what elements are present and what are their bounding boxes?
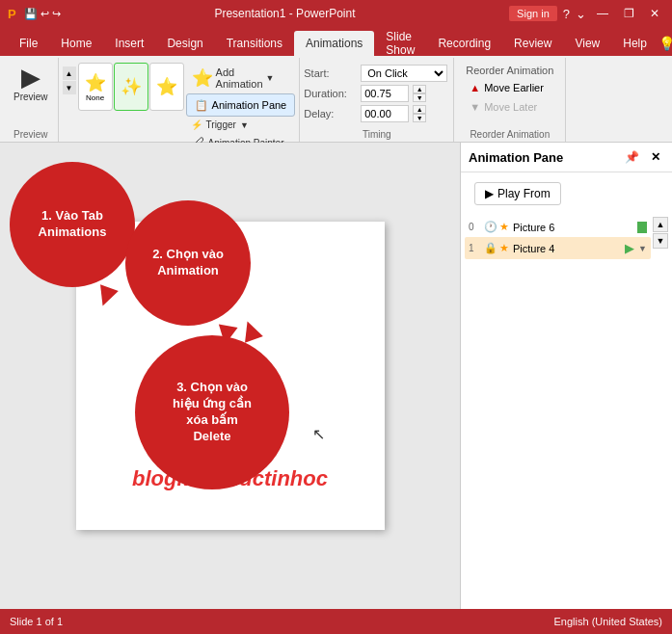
delay-down[interactable]: ▼ [413, 114, 426, 122]
tab-animations[interactable]: Animations [294, 31, 374, 56]
maximize-button[interactable]: ❐ [619, 7, 639, 20]
bubble-1: 1. Vào Tab Animations [10, 162, 135, 287]
anim-scroll-down[interactable]: ▼ [653, 233, 668, 249]
bubble-1-text: 1. Vào Tab Animations [29, 198, 117, 251]
tab-review[interactable]: Review [502, 31, 563, 56]
delay-spinner: ▲ ▼ [413, 105, 426, 122]
anim-item-1-dropdown[interactable]: ▼ [638, 244, 647, 253]
group-timing: Start: On Click With Previous After Prev… [300, 58, 454, 142]
window-title: Presentation1 - PowerPoint [214, 7, 355, 20]
anim-none-icon: ⭐ [85, 72, 106, 93]
title-bar-left: P 💾 ↩ ↪ [8, 7, 61, 21]
anim-item-1[interactable]: 1 🔒 ★ Picture 4 ▶ ▼ [465, 237, 651, 259]
move-earlier-icon: ▲ [470, 82, 480, 93]
move-later-icon: ▼ [470, 101, 480, 113]
bubble-3-text: 3. Chọn vào hiệu ứng cần xóa bấm Delete [161, 368, 263, 457]
signin-button[interactable]: Sign in [509, 6, 557, 21]
anim-pane-header-icons: 📌 ✕ [621, 148, 664, 166]
minimize-button[interactable]: — [592, 7, 613, 20]
tab-help[interactable]: Help [611, 31, 659, 56]
duration-up[interactable]: ▲ [413, 85, 426, 93]
status-bar: Slide 1 of 1 English (United States) [0, 609, 672, 634]
star-icon-1: ★ [499, 242, 509, 254]
tab-insert[interactable]: Insert [103, 31, 155, 56]
help-icon[interactable]: ? [563, 7, 570, 21]
play-from-icon: ▶ [485, 187, 494, 200]
anim-item-0-name: Picture 6 [513, 222, 633, 233]
anim-list-area: 0 🕐 ★ Picture 6 1 🔒 ★ Picture 4 [461, 215, 672, 261]
anim-buttons: ⭐ AddAnimation ▼ 📋 Animation Pane ⚡ Trig… [186, 63, 296, 152]
anim-none-label: None [86, 93, 104, 102]
anim-pane-btn-label: Animation Pane [212, 99, 287, 111]
anim-item-1-num: 1 [469, 243, 480, 253]
quick-access: 💾 ↩ ↪ [24, 8, 61, 20]
anim-pane-title: Animation Pane [469, 150, 563, 165]
anim-item-0-icons: 🕐 ★ [484, 221, 509, 233]
trigger-icon: ⚡ [191, 119, 202, 130]
anim-appear-icon: ✨ [121, 76, 142, 97]
preview-group-label: Preview [8, 127, 54, 142]
add-animation-label: AddAnimation [216, 66, 263, 90]
idea-icon[interactable]: 💡 [659, 36, 672, 51]
cursor-icon: ↖ [312, 425, 325, 443]
move-earlier-button[interactable]: ▲ Move Earlier [466, 80, 548, 95]
add-animation-dropdown-icon: ▼ [266, 73, 275, 83]
trigger-button[interactable]: ⚡ Trigger ▼ [186, 118, 296, 132]
preview-label: Preview [13, 92, 48, 102]
group-reorder: Reorder Animation ▲ Move Earlier ▼ Move … [454, 58, 566, 142]
preview-group-content: ▶ Preview [8, 61, 54, 127]
anim-fade[interactable]: ⭐ [149, 63, 184, 111]
reorder-section: Reorder Animation ▲ Move Earlier ▼ Move … [458, 63, 561, 117]
anim-list: 0 🕐 ★ Picture 6 1 🔒 ★ Picture 4 [465, 217, 651, 259]
ribbon-inner: ▶ Preview Preview ▲ ▼ ⭐ None [4, 58, 566, 142]
anim-item-0-num: 0 [469, 222, 480, 232]
reorder-group-content: Reorder Animation ▲ Move Earlier ▼ Move … [458, 61, 561, 127]
slide-info: Slide 1 of 1 [10, 616, 63, 627]
anim-item-0-indicator [637, 222, 647, 233]
title-bar-right: Sign in ? ⌄ — ❐ ✕ [509, 6, 664, 21]
duration-input[interactable] [361, 85, 409, 102]
anim-pane-close[interactable]: ✕ [647, 148, 664, 166]
duration-row: Duration: ▲ ▼ [304, 85, 426, 102]
scroll-down[interactable]: ▼ [63, 81, 76, 94]
reorder-group-label: Reorder Animation [458, 127, 561, 142]
tab-design[interactable]: Design [155, 31, 214, 56]
title-bar: P 💾 ↩ ↪ Presentation1 - PowerPoint Sign … [0, 0, 672, 27]
move-earlier-label: Move Earlier [484, 82, 544, 93]
tab-recording[interactable]: Recording [426, 31, 502, 56]
timing-group-label: Timing [304, 127, 449, 142]
duration-spinner: ▲ ▼ [413, 85, 426, 102]
anim-none[interactable]: ⭐ None [78, 63, 113, 111]
duration-down[interactable]: ▼ [413, 93, 426, 102]
scroll-up[interactable]: ▲ [63, 66, 76, 80]
tab-slideshow[interactable]: Slide Show [374, 31, 426, 56]
anim-appear[interactable]: ✨ [114, 63, 148, 111]
start-dropdown[interactable]: On Click With Previous After Previous [361, 65, 447, 82]
move-later-button[interactable]: ▼ Move Later [466, 99, 541, 115]
anim-scroll-up[interactable]: ▲ [653, 217, 668, 232]
tab-home[interactable]: Home [49, 31, 103, 56]
tab-transitions[interactable]: Transitions [215, 31, 294, 56]
delay-input[interactable] [361, 105, 409, 122]
anim-pane-pin[interactable]: 📌 [621, 148, 643, 166]
ribbon-toggle[interactable]: ⌄ [576, 7, 586, 21]
preview-button[interactable]: ▶ Preview [8, 63, 54, 104]
start-label: Start: [304, 67, 357, 79]
add-animation-button[interactable]: ⭐ AddAnimation ▼ [186, 65, 296, 92]
animation-pane-button[interactable]: 📋 Animation Pane [186, 93, 296, 117]
duration-label: Duration: [304, 88, 357, 99]
anim-item-1-name: Picture 4 [513, 243, 621, 254]
tab-view[interactable]: View [563, 31, 611, 56]
delay-row: Delay: ▲ ▼ [304, 105, 426, 122]
anim-pane-header: Animation Pane 📌 ✕ [461, 143, 672, 172]
tab-file[interactable]: File [8, 31, 49, 56]
app-icon: P [8, 7, 16, 21]
close-button[interactable]: ✕ [645, 7, 664, 20]
anim-item-0[interactable]: 0 🕐 ★ Picture 6 [465, 217, 651, 237]
preview-icon: ▶ [21, 65, 40, 90]
group-animations: ▲ ▼ ⭐ None ✨ ⭐ [59, 58, 301, 142]
play-from-button[interactable]: ▶ Play From [474, 182, 561, 205]
delay-up[interactable]: ▲ [413, 105, 426, 114]
start-row: Start: On Click With Previous After Prev… [304, 65, 447, 82]
language-info: English (United States) [554, 616, 663, 627]
